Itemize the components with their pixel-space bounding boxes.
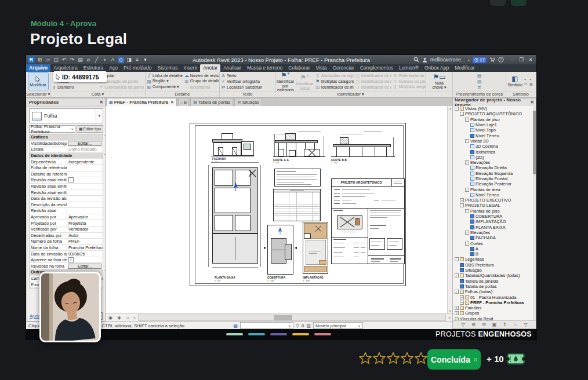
property-row[interactable]: Aparece na lista de fol... xyxy=(30,257,103,264)
horizontal-scrollbar[interactable] xyxy=(138,315,446,321)
zoom-icon[interactable]: ◈ xyxy=(116,315,122,321)
ribbon-tab[interactable]: Aço xyxy=(106,64,121,72)
area-symbol-icon[interactable]: ▭ xyxy=(524,82,529,86)
view-tab[interactable]: ▦ Tabela de portas xyxy=(190,98,233,106)
span-direction-icon[interactable]: + xyxy=(524,78,529,81)
browser-tree-item[interactable]: - Elevações xyxy=(453,160,533,165)
design-options-combo[interactable]: Modelo principal∨ xyxy=(313,322,363,329)
ribbon-button[interactable]: ◌Isolamento xyxy=(184,84,219,90)
browser-tree-item[interactable]: Nível Térreo xyxy=(453,192,533,198)
expander-icon[interactable]: + xyxy=(460,301,464,305)
drawing-canvas[interactable]: FACHADA 1 : 50 CORTE A.A xyxy=(106,106,452,313)
keynote-button[interactable]: ⚑▭ Nota chave ▾ xyxy=(430,72,449,90)
panel-label-texto[interactable]: Texto xyxy=(220,91,275,97)
property-row[interactable]: Projetado por Projetista xyxy=(30,220,103,226)
ribbon-tab[interactable]: Anotar xyxy=(200,64,220,72)
signed-in-user[interactable]: mellinaverone... xyxy=(430,57,465,63)
star-icon[interactable] xyxy=(387,352,400,364)
browser-tree-item[interactable]: + Famílias xyxy=(453,305,533,310)
panel-label-selecionar[interactable]: Selecionar ▾ xyxy=(26,91,50,97)
trial-timer-badge[interactable]: 17 xyxy=(473,57,487,63)
worksets-icon[interactable]: ▦ xyxy=(233,323,238,328)
expander-icon[interactable]: - xyxy=(465,118,469,122)
ribbon-tab[interactable]: Vista xyxy=(313,64,330,72)
browser-tree-item[interactable]: - Vistas (MV) xyxy=(453,106,533,111)
browser-tree-item[interactable]: Nível Térreo xyxy=(453,133,533,138)
user-menu-chevron-icon[interactable]: ▾ xyxy=(468,58,470,62)
vertical-scrollbar[interactable]: ∧ ∨ xyxy=(447,106,452,313)
property-row[interactable]: Revisões na folha Editar... xyxy=(30,263,103,269)
expander-icon[interactable]: - xyxy=(465,188,469,192)
property-row[interactable]: Gráficos xyxy=(30,134,103,141)
browser-tree-item[interactable]: FACHADA xyxy=(453,235,533,240)
expander-icon[interactable]: - xyxy=(455,290,459,294)
browser-tree-item[interactable]: - Folhas (todas) xyxy=(453,289,533,294)
property-row[interactable]: Dados de identidade xyxy=(30,153,103,159)
browser-tree-item[interactable]: Elevação Posterior xyxy=(453,181,533,187)
cut-off-button[interactable] xyxy=(490,0,506,6)
expander-icon[interactable]: + xyxy=(460,295,464,299)
sort-icon[interactable]: ↥ xyxy=(502,321,508,328)
expander-icon[interactable]: + xyxy=(460,198,464,202)
browser-tree-item[interactable]: B xyxy=(453,251,533,257)
browser-tree-item[interactable]: {3D} xyxy=(453,155,533,160)
lesson-video[interactable]: R ⊞▱◫↶↷▤⌀╱⌖A◇◨≡▾ Autodesk Revit 2023 - N… xyxy=(26,55,536,339)
browser-tree-item[interactable]: COBERTURA xyxy=(453,214,533,219)
ribbon-button[interactable]: ⇄Localizar/ Substituir xyxy=(221,84,262,90)
tag-by-category-button[interactable]: ⚑① Identificar por categoria xyxy=(277,72,294,90)
browser-tree-item[interactable]: A xyxy=(453,246,533,251)
property-row[interactable]: Número da folha PREF xyxy=(30,239,103,245)
panel-label-cota[interactable]: Cota ▾ xyxy=(50,91,145,97)
expander-icon[interactable]: - xyxy=(465,160,469,165)
browser-tree-item[interactable]: Elevação Frontal xyxy=(453,176,533,181)
browser-tree-item[interactable]: Elevação Direita xyxy=(453,165,533,170)
close-icon[interactable]: ✕ xyxy=(170,100,174,105)
ribbon-tab[interactable]: Sistemas xyxy=(155,64,181,72)
views-icon[interactable]: ▣ xyxy=(491,321,498,328)
property-row[interactable]: Nome da folha Prancha Prefeitura xyxy=(30,245,103,251)
ribbon-button[interactable]: ⚑Múltiplas categorias xyxy=(315,78,354,84)
modify-button[interactable]: Modificar xyxy=(28,72,49,90)
panel-label-detalhe[interactable]: Detalhe xyxy=(146,91,219,97)
ribbon-button[interactable]: ⌀Diâmetro xyxy=(52,84,96,90)
property-row[interactable]: Descrição da revisão at... xyxy=(30,202,103,209)
property-row[interactable]: Detalhe de referência xyxy=(30,171,103,178)
browser-scrollbar[interactable] xyxy=(533,106,536,321)
sun-icon[interactable]: ☼ xyxy=(125,315,131,321)
browser-tree-item[interactable]: - Plantas de piso xyxy=(453,117,533,122)
text-icon[interactable]: A xyxy=(110,57,116,63)
sheet-prancha-prefeitura[interactable]: FACHADA 1 : 50 CORTE A.A xyxy=(190,123,406,286)
help-icon[interactable]: ? xyxy=(498,57,504,63)
navigation-wheel-icon[interactable]: ◉ xyxy=(107,315,114,321)
ribbon-button[interactable]: ▨Região ▾ xyxy=(147,78,183,84)
panel-label-simbolo[interactable]: Símbolo xyxy=(506,91,535,97)
star-icon[interactable] xyxy=(359,352,372,364)
property-row[interactable]: Desenhadas por Autor xyxy=(30,233,103,239)
browser-tree-item[interactable]: Elevação Esquerda xyxy=(453,171,533,176)
property-row[interactable]: Data de emissão da fol... 03/06/25 xyxy=(30,251,103,257)
filter-icon[interactable]: ▽ xyxy=(460,321,466,328)
property-row[interactable]: Revisão atual emitida ... xyxy=(30,189,103,196)
edit-type-button[interactable]: ▦ Editar tipo xyxy=(77,125,103,133)
cut-off-button[interactable] xyxy=(511,0,527,6)
user-icon[interactable] xyxy=(422,57,427,63)
ribbon-tab[interactable]: Complementos xyxy=(357,64,396,72)
restore-icon[interactable]: ❐ xyxy=(518,57,525,63)
type-combo[interactable]: Folha: Prancha Prefeitura∨ xyxy=(29,125,75,133)
close-icon[interactable]: ✕ xyxy=(99,100,103,105)
tag-icon[interactable]: ⌖ xyxy=(101,57,108,63)
type-selector[interactable]: Folha ▾ xyxy=(29,108,103,123)
expand-all-icon[interactable]: ⊞ xyxy=(470,321,477,328)
ribbon-button[interactable]: ATexto xyxy=(221,72,262,78)
undo-icon[interactable]: ↶ xyxy=(61,57,67,63)
open-file-icon[interactable]: ▱ xyxy=(45,57,51,63)
expander-icon[interactable]: - xyxy=(460,112,464,116)
scroll-down-icon[interactable]: ∨ xyxy=(448,309,452,313)
complete-lesson-button[interactable]: Concluída xyxy=(427,349,481,370)
scrollbar-thumb[interactable] xyxy=(533,111,536,174)
pipe-legend-icon[interactable]: ▥ xyxy=(477,78,482,84)
property-row[interactable]: Aprovado por Aprovador xyxy=(30,214,103,221)
property-row[interactable]: Dependência Independente xyxy=(30,159,103,165)
ribbon-tab[interactable]: Colaborar xyxy=(285,64,313,72)
ribbon-tab[interactable]: Lumion® xyxy=(396,64,422,72)
